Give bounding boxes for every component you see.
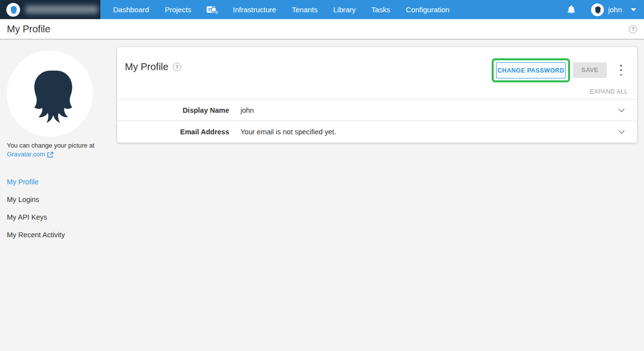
gravatar-link-label: Gravatar.com bbox=[7, 150, 45, 159]
profile-card: My Profile ? CHANGE PASSWORD SAVE EXPAND… bbox=[117, 47, 637, 143]
email-address-row[interactable]: Email Address Your email is not specifie… bbox=[117, 121, 637, 142]
user-avatar-icon bbox=[591, 3, 604, 16]
highlight-annotation: CHANGE PASSWORD bbox=[492, 58, 570, 82]
app-logo-area[interactable] bbox=[0, 0, 100, 19]
change-password-button[interactable]: CHANGE PASSWORD bbox=[496, 62, 566, 78]
nav-item-tenants[interactable]: Tenants bbox=[284, 0, 326, 19]
top-navbar: Dashboard Projects Infrastructure Tenant… bbox=[0, 0, 644, 19]
sidebar-item-my-api-keys[interactable]: My API Keys bbox=[7, 213, 105, 222]
notification-bell-icon[interactable] bbox=[567, 5, 575, 14]
card-help-icon[interactable]: ? bbox=[173, 63, 181, 71]
save-button[interactable]: SAVE bbox=[573, 62, 607, 78]
page-title: My Profile bbox=[7, 24, 50, 35]
sidebar-item-my-recent-activity[interactable]: My Recent Activity bbox=[7, 230, 105, 240]
sidebar-nav: My Profile My Logins My API Keys My Rece… bbox=[7, 177, 105, 240]
overflow-menu-icon[interactable] bbox=[618, 65, 624, 75]
chevron-down-icon[interactable] bbox=[618, 108, 625, 112]
octopus-logo-icon bbox=[6, 3, 20, 17]
navbar-right: john bbox=[567, 0, 644, 19]
nav-item-tasks[interactable]: Tasks bbox=[363, 0, 398, 19]
external-link-icon bbox=[47, 151, 53, 158]
profile-fields: Display Name john Email Address Your ema… bbox=[117, 99, 637, 142]
help-icon[interactable]: ? bbox=[629, 25, 637, 33]
display-name-label: Display Name bbox=[117, 106, 229, 114]
user-menu[interactable]: john bbox=[591, 3, 622, 16]
caret-down-icon[interactable] bbox=[631, 8, 636, 11]
nav-item-infrastructure[interactable]: Infrastructure bbox=[225, 0, 284, 19]
sidebar-item-my-logins[interactable]: My Logins bbox=[7, 195, 105, 204]
display-name-value: john bbox=[240, 106, 254, 114]
email-address-value: Your email is not specified yet. bbox=[240, 128, 336, 136]
page-title-bar: My Profile ? bbox=[0, 19, 644, 40]
profile-sidebar: You can change your picture at Gravatar.… bbox=[7, 50, 105, 240]
gravatar-caption-text: You can change your picture at bbox=[7, 142, 95, 149]
card-title: My Profile bbox=[125, 61, 168, 73]
display-name-row[interactable]: Display Name john bbox=[117, 99, 637, 121]
nav-links: Dashboard Projects Infrastructure Tenant… bbox=[105, 0, 457, 19]
card-title-row: My Profile ? bbox=[125, 61, 181, 73]
nav-item-configuration[interactable]: Configuration bbox=[398, 0, 457, 19]
search-icon[interactable] bbox=[199, 0, 225, 19]
gravatar-caption: You can change your picture at Gravatar.… bbox=[7, 141, 105, 159]
gravatar-link[interactable]: Gravatar.com bbox=[7, 150, 53, 159]
chevron-down-icon[interactable] bbox=[618, 130, 625, 134]
user-name: john bbox=[608, 5, 622, 14]
nav-item-projects[interactable]: Projects bbox=[157, 0, 199, 19]
expand-all-button[interactable]: EXPAND ALL bbox=[590, 88, 628, 95]
email-address-label: Email Address bbox=[117, 128, 229, 136]
sidebar-item-my-profile[interactable]: My Profile bbox=[7, 177, 105, 187]
nav-item-dashboard[interactable]: Dashboard bbox=[105, 0, 157, 19]
redacted-instance-name bbox=[25, 5, 98, 14]
nav-item-library[interactable]: Library bbox=[326, 0, 364, 19]
profile-avatar bbox=[7, 50, 93, 137]
